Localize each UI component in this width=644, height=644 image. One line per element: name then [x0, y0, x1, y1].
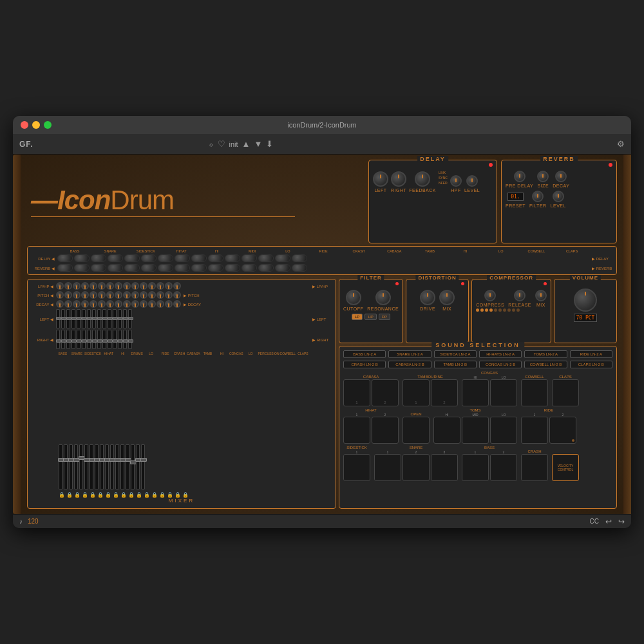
left-fader[interactable] [128, 309, 132, 328]
vol-fader[interactable] [79, 444, 83, 489]
seq-knob[interactable] [141, 264, 156, 272]
seq-knob[interactable] [225, 254, 240, 262]
right-fader[interactable] [108, 330, 111, 349]
seq-knob[interactable] [158, 254, 173, 262]
decay-knob[interactable] [131, 300, 139, 308]
seq-knob[interactable] [225, 264, 240, 272]
left-fader[interactable] [102, 309, 106, 328]
distortion-mix-knob[interactable] [439, 290, 455, 305]
preset-hihats[interactable]: HI-HATS LN-2 A [479, 350, 522, 358]
seq-knob[interactable] [91, 264, 106, 272]
right-fader[interactable] [66, 330, 70, 349]
seq-knob[interactable] [275, 264, 290, 272]
lphp-knob[interactable] [123, 282, 131, 290]
seq-knob[interactable] [208, 264, 223, 272]
seq-knob[interactable] [275, 254, 290, 262]
filter-led[interactable] [395, 282, 399, 285]
lphp-knob[interactable] [90, 282, 97, 290]
left-fader[interactable] [87, 309, 91, 328]
preset-sidetica[interactable]: SIDETICA LN-2 A [434, 350, 477, 358]
bass-pad-1[interactable] [462, 454, 489, 481]
left-fader[interactable] [66, 309, 70, 328]
pitch-knob[interactable] [131, 291, 139, 299]
arrow-down-icon[interactable]: ▼ [254, 139, 262, 149]
right-fader[interactable] [87, 330, 91, 349]
cowbell-pad[interactable] [521, 379, 548, 406]
decay-knob[interactable] [165, 300, 173, 308]
decay-knob[interactable] [73, 300, 80, 308]
pitch-knob[interactable] [140, 291, 147, 299]
pitch-knob[interactable] [98, 291, 106, 299]
lphp-knob[interactable] [98, 282, 106, 290]
lock-icon[interactable]: 🔒 [159, 492, 166, 498]
pitch-knob[interactable] [123, 291, 131, 299]
left-fader[interactable] [61, 309, 65, 328]
compressor-led[interactable] [544, 282, 547, 285]
cc-button[interactable]: CC [590, 518, 599, 525]
pitch-knob[interactable] [64, 291, 72, 299]
vol-fader[interactable] [74, 444, 78, 489]
left-fader[interactable] [92, 309, 96, 328]
lock-icon[interactable]: 🔒 [59, 492, 65, 498]
seq-knob[interactable] [124, 264, 140, 272]
left-fader[interactable] [123, 309, 127, 328]
lphp-knob[interactable] [140, 282, 147, 290]
left-fader[interactable] [77, 309, 80, 328]
filter-resonance-knob[interactable] [375, 290, 391, 305]
left-fader[interactable] [71, 309, 75, 328]
sidestick-pad[interactable] [343, 454, 370, 481]
vol-fader[interactable] [95, 444, 99, 489]
seq-knob[interactable] [242, 264, 257, 272]
decay-knob[interactable] [81, 300, 89, 308]
lphp-knob[interactable] [73, 282, 80, 290]
seq-knob[interactable] [208, 254, 223, 262]
lphp-knob[interactable] [148, 282, 156, 290]
close-button[interactable] [21, 121, 28, 129]
vol-fader[interactable] [100, 444, 104, 489]
cabasa-pad-2[interactable]: 2 [372, 379, 399, 406]
snare-pad-2[interactable] [402, 454, 430, 481]
preset-cowbell[interactable]: COWBELL LN-2 B [524, 361, 567, 368]
seq-knob[interactable] [141, 254, 156, 262]
cabasa-pad-1[interactable]: 1 [343, 379, 370, 406]
filter-hp-button[interactable]: HP [365, 314, 376, 320]
preset-tamb[interactable]: TAMB LN-2 B [434, 361, 477, 368]
lock-icon[interactable]: 🔒 [82, 492, 88, 498]
vol-fader[interactable] [131, 444, 135, 489]
right-fader[interactable] [102, 330, 106, 349]
reverb-predelay-knob[interactable] [514, 171, 526, 182]
open-pad[interactable] [402, 417, 430, 444]
pitch-knob[interactable] [56, 291, 64, 299]
preset-ride[interactable]: RIDE LN-2 A [570, 350, 612, 358]
pitch-knob[interactable] [156, 291, 164, 299]
congas-hi-pad[interactable] [462, 379, 489, 406]
vol-fader[interactable] [59, 444, 62, 489]
seq-knob[interactable] [258, 254, 274, 262]
comp-compress-knob[interactable] [484, 290, 496, 301]
vol-fader[interactable] [105, 444, 109, 489]
lphp-knob[interactable] [81, 282, 89, 290]
delay-left-knob[interactable] [373, 171, 388, 187]
lphp-knob[interactable] [106, 282, 114, 290]
decay-knob[interactable] [140, 300, 147, 308]
cursor-icon[interactable]: ⬦ [209, 139, 214, 149]
seq-knob[interactable] [292, 264, 307, 272]
lock-icon[interactable]: 🔒 [167, 492, 173, 498]
seq-knob[interactable] [108, 264, 123, 272]
pitch-knob[interactable] [90, 291, 97, 299]
lock-icon[interactable]: 🔒 [74, 492, 80, 498]
seq-knob[interactable] [242, 254, 257, 262]
lphp-knob[interactable] [156, 282, 164, 290]
reverb-led[interactable] [609, 163, 612, 167]
distortion-led[interactable] [461, 282, 464, 285]
lock-icon[interactable]: 🔒 [66, 492, 73, 498]
lphp-knob[interactable] [115, 282, 122, 290]
lock-icon[interactable]: 🔒 [105, 492, 111, 498]
crash-pad[interactable] [521, 454, 548, 481]
seq-knob[interactable] [108, 254, 123, 262]
seq-knob[interactable] [175, 254, 190, 262]
preset-snare[interactable]: SNARE LN-2 A [388, 350, 431, 358]
decay-knob[interactable] [90, 300, 97, 308]
filter-dp-button[interactable]: DP [379, 314, 390, 320]
vol-fader[interactable] [115, 444, 119, 489]
